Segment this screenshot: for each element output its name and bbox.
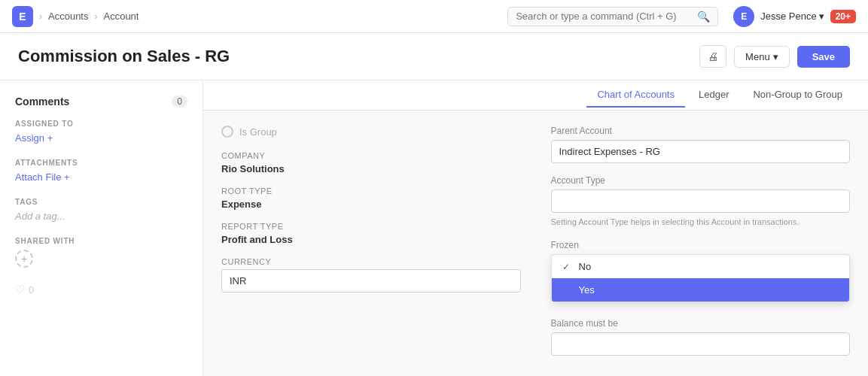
app-icon[interactable]: E <box>12 6 33 27</box>
menu-label: Menu <box>745 51 770 62</box>
search-input[interactable] <box>516 11 693 22</box>
user-area: E Jesse Pence ▾ 20+ <box>733 6 856 27</box>
print-button[interactable]: 🖨 <box>699 45 726 68</box>
is-group-checkbox[interactable] <box>221 126 233 138</box>
parent-account-label: Parent Account <box>551 126 851 136</box>
search-icon: 🔍 <box>697 11 710 23</box>
report-type-value: Profit and Loss <box>221 234 521 245</box>
tab-chart-of-accounts[interactable]: Chart of Accounts <box>586 83 685 108</box>
currency-input[interactable] <box>221 269 521 293</box>
menu-button[interactable]: Menu ▾ <box>734 46 790 68</box>
company-value: Rio Solutions <box>221 163 521 174</box>
form-left: Is Group Company Rio Solutions Root Type… <box>221 126 521 356</box>
tags-label: TAGS <box>15 198 187 206</box>
account-type-help: Setting Account Type helps in selecting … <box>551 217 851 228</box>
frozen-option-yes[interactable]: Yes <box>552 278 850 302</box>
search-bar: 🔍 <box>507 7 718 26</box>
sidebar: Comments 0 ASSIGNED TO Assign + ATTACHME… <box>0 80 203 376</box>
balance-input[interactable] <box>551 332 851 356</box>
shared-add-icon: + <box>21 253 27 265</box>
assign-action-text: Assign + <box>15 132 53 144</box>
assign-action[interactable]: Assign + <box>15 132 187 144</box>
topnav: E › Accounts › Account 🔍 E Jesse Pence ▾… <box>0 0 868 33</box>
comments-title: Comments <box>15 96 69 108</box>
tab-non-group-to-group-label: Non-Group to Group <box>753 89 842 100</box>
frozen-label: Frozen <box>551 240 851 250</box>
parent-account-field: Parent Account <box>551 126 851 163</box>
main-layout: Comments 0 ASSIGNED TO Assign + ATTACHME… <box>0 80 868 376</box>
form-content: Is Group Company Rio Solutions Root Type… <box>203 111 868 371</box>
root-type-field: Root Type Expense <box>221 186 521 210</box>
content-area: Chart of Accounts Ledger Non-Group to Gr… <box>203 80 868 376</box>
account-type-field: Account Type Setting Account Type helps … <box>551 175 851 228</box>
account-type-input[interactable] <box>551 190 851 213</box>
print-icon: 🖨 <box>708 50 718 62</box>
sidebar-shared: SHARED WITH + <box>15 237 187 268</box>
balance-field: Balance must be <box>551 318 851 356</box>
user-avatar-label: E <box>741 11 747 22</box>
page-title: Commission on Sales - RG <box>18 47 230 66</box>
comments-header: Comments 0 <box>15 96 187 108</box>
attach-action[interactable]: Attach File + <box>15 171 187 183</box>
frozen-field: Frozen ✓ No Yes <box>551 240 851 250</box>
is-group-label: Is Group <box>239 126 277 138</box>
frozen-option-no-label: No <box>579 261 592 272</box>
tab-ledger-label: Ledger <box>699 89 729 100</box>
form-right: Parent Account Account Type Setting Acco… <box>551 126 851 356</box>
breadcrumb-sep-1: › <box>39 11 42 22</box>
notification-badge[interactable]: 20+ <box>830 10 856 23</box>
sidebar-attachments: ATTACHMENTS Attach File + <box>15 159 187 183</box>
tab-bar: Chart of Accounts Ledger Non-Group to Gr… <box>203 80 868 111</box>
shared-add-button[interactable]: + <box>15 250 33 268</box>
heart-area: ♡ 0 <box>15 283 187 296</box>
account-type-label: Account Type <box>551 175 851 186</box>
header-actions: 🖨 Menu ▾ Save <box>699 45 850 68</box>
user-avatar: E <box>733 6 754 27</box>
assigned-to-label: ASSIGNED TO <box>15 120 187 128</box>
breadcrumb-accounts[interactable]: Accounts <box>48 11 88 22</box>
currency-field: Currency <box>221 257 521 293</box>
page-header: Commission on Sales - RG 🖨 Menu ▾ Save <box>0 33 868 80</box>
save-button[interactable]: Save <box>797 46 850 68</box>
frozen-dropdown: ✓ No Yes <box>551 254 851 302</box>
parent-account-input[interactable] <box>551 140 851 163</box>
root-type-value: Expense <box>221 199 521 210</box>
breadcrumb-sep-2: › <box>94 11 97 22</box>
sidebar-assigned-to: ASSIGNED TO Assign + <box>15 120 187 144</box>
company-label: Company <box>221 151 521 160</box>
app-icon-label: E <box>19 11 26 23</box>
user-name[interactable]: Jesse Pence ▾ <box>760 11 824 22</box>
user-name-text: Jesse Pence <box>760 11 816 22</box>
balance-label: Balance must be <box>551 318 851 329</box>
breadcrumb-account[interactable]: Account <box>103 11 139 22</box>
frozen-option-no[interactable]: ✓ No <box>552 255 850 278</box>
comments-count: 0 <box>172 96 187 108</box>
form-grid: Is Group Company Rio Solutions Root Type… <box>221 126 850 356</box>
tab-chart-of-accounts-label: Chart of Accounts <box>597 89 675 100</box>
attachments-label: ATTACHMENTS <box>15 159 187 167</box>
tag-input[interactable]: Add a tag... <box>15 211 187 222</box>
heart-icon[interactable]: ♡ <box>15 283 25 296</box>
shared-with-label: SHARED WITH <box>15 237 187 245</box>
menu-chevron-icon: ▾ <box>773 51 778 62</box>
sidebar-tags: TAGS Add a tag... <box>15 198 187 222</box>
is-group-row: Is Group <box>221 126 521 138</box>
report-type-label: Report Type <box>221 222 521 231</box>
tab-non-group-to-group[interactable]: Non-Group to Group <box>742 83 853 108</box>
report-type-field: Report Type Profit and Loss <box>221 222 521 245</box>
user-chevron: ▾ <box>819 11 824 22</box>
likes-count: 0 <box>29 284 34 296</box>
frozen-option-yes-label: Yes <box>579 284 595 296</box>
frozen-option-no-check: ✓ <box>562 262 573 272</box>
root-type-label: Root Type <box>221 186 521 196</box>
currency-label: Currency <box>221 257 521 266</box>
attach-action-text: Attach File + <box>15 171 70 183</box>
company-field: Company Rio Solutions <box>221 151 521 174</box>
tab-ledger[interactable]: Ledger <box>688 83 739 108</box>
